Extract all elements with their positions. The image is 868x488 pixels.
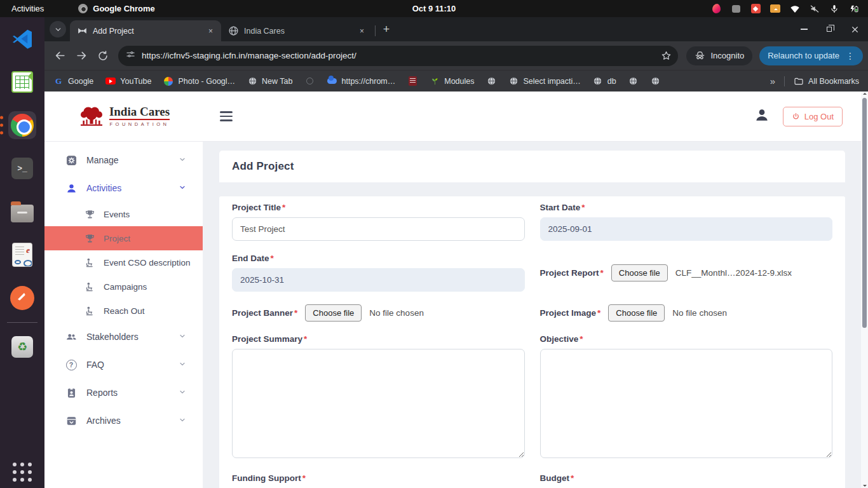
relaunch-to-update-button[interactable]: Relaunch to update ⋮ (759, 46, 863, 65)
wifi-icon[interactable] (790, 4, 800, 14)
dock-files-icon[interactable] (8, 198, 36, 226)
trophy-icon (84, 208, 95, 220)
sidebar-item-reach-out[interactable]: Reach Out (44, 299, 203, 323)
tab-close-icon[interactable]: × (205, 25, 216, 36)
site-header: India Cares Foundation Log Out (44, 92, 868, 141)
sidebar-item-project[interactable]: Project (44, 226, 203, 250)
site-info-icon[interactable] (126, 50, 135, 62)
seated-person-icon (84, 257, 95, 268)
scroll-down-arrow[interactable] (863, 485, 867, 487)
system-top-bar: Activities Google Chrome Oct 9 11:10 (0, 0, 868, 17)
activities-button[interactable]: Activities (0, 4, 55, 13)
screen-share-icon[interactable] (770, 4, 780, 14)
dock-terminal-icon[interactable]: >_ (8, 154, 36, 182)
divider (784, 76, 785, 86)
all-bookmarks-button[interactable]: All Bookmarks (794, 76, 859, 86)
url-text[interactable]: https://icfnv5-staging.icfn.in/manage-se… (142, 51, 651, 60)
project-summary-textarea[interactable] (232, 349, 525, 458)
sidebar-item-reports[interactable]: Reports (44, 379, 203, 407)
person-icon (65, 182, 78, 194)
bookmark-google-photos[interactable]: Photo - Googl… (163, 76, 235, 86)
folder-icon (794, 76, 804, 86)
project-report-file-name: CLF__Monthl…2024-12-9.xlsx (675, 268, 792, 278)
chevron-down-icon (179, 332, 186, 342)
dock-libreoffice-calc-icon[interactable] (8, 68, 36, 96)
project-title-field: Project Title* (232, 203, 525, 241)
dock-trash-icon[interactable]: ♻ (8, 333, 36, 361)
project-banner-file-name: No file chosen (369, 308, 424, 318)
bookmark-globe-only[interactable] (487, 76, 497, 86)
add-project-form: Project Title* Start Date* End Date* (219, 196, 845, 488)
tab-search-button[interactable] (50, 21, 66, 37)
battery-icon[interactable] (849, 4, 859, 14)
bookmark-star-icon[interactable] (658, 48, 674, 64)
tab-separator (375, 25, 376, 36)
minimize-button[interactable] (799, 25, 808, 34)
app-indicator-icon[interactable] (711, 4, 721, 14)
bookmark-new-tab[interactable]: New Tab (247, 76, 292, 86)
objective-textarea[interactable] (540, 349, 833, 458)
site-logo[interactable]: India Cares Foundation (44, 105, 203, 128)
back-button[interactable] (50, 46, 70, 66)
bookmark-select-impact[interactable]: Select impacti… (509, 76, 581, 86)
sidebar-item-faq[interactable]: ? FAQ (44, 351, 203, 379)
bookmark-unnamed[interactable] (305, 76, 315, 86)
bookmark-globe-only[interactable] (651, 76, 661, 86)
profile-icon[interactable] (754, 107, 770, 126)
sidebar-item-campaigns[interactable]: Campaigns (44, 274, 203, 299)
bookmark-modules[interactable]: Modules (430, 76, 474, 86)
bookmarks-bar: G Google YouTube Photo - Googl… New Tab (44, 70, 868, 92)
funding-support-field: Funding Support* (232, 473, 525, 488)
bookmark-google[interactable]: G Google (53, 76, 93, 86)
tab-india-cares[interactable]: India Cares × (221, 20, 372, 41)
scrollbar-thumb[interactable] (862, 98, 867, 328)
close-window-button[interactable] (850, 25, 859, 34)
reload-button[interactable] (93, 46, 113, 66)
volume-muted-icon[interactable] (810, 4, 820, 14)
browser-toolbar: https://icfnv5-staging.icfn.in/manage-se… (44, 41, 868, 70)
logout-button[interactable]: Log Out (783, 107, 843, 126)
tab-add-project[interactable]: Add Project × (70, 20, 221, 41)
clock[interactable]: Oct 9 11:10 (412, 4, 456, 13)
forward-button[interactable] (71, 46, 92, 66)
bookmark-globe-only[interactable] (628, 76, 639, 86)
seated-person-icon (84, 305, 95, 316)
end-date-input[interactable] (232, 268, 525, 292)
sidebar-toggle-button[interactable] (220, 111, 233, 121)
page-scrollbar[interactable] (861, 92, 868, 488)
scroll-up-arrow[interactable] (863, 93, 867, 95)
sidebar-item-activities[interactable]: Activities (44, 174, 203, 202)
dock-document-viewer-icon[interactable]: e (8, 241, 36, 269)
bookmarks-overflow-button[interactable]: » (770, 76, 775, 86)
chat-indicator-icon[interactable] (731, 4, 741, 14)
microphone-icon[interactable] (829, 4, 839, 14)
bookmark-youtube[interactable]: YouTube (105, 76, 151, 86)
new-tab-button[interactable]: + (378, 21, 395, 37)
people-icon (65, 330, 78, 343)
extension-indicator-icon[interactable] (750, 4, 761, 14)
dock-chrome-icon[interactable] (8, 111, 36, 139)
project-image-choose-file-button[interactable]: Choose file (608, 304, 665, 322)
tab-close-icon[interactable]: × (356, 25, 367, 36)
bookmark-db[interactable]: db (593, 76, 616, 86)
sidebar-item-events[interactable]: Events (44, 202, 203, 226)
bookmark-bajaj[interactable] (407, 76, 417, 86)
dock-vscode-icon[interactable] (8, 25, 36, 53)
running-indicator (0, 116, 3, 135)
start-date-input[interactable] (540, 217, 833, 241)
sidebar-item-manage[interactable]: Manage (44, 146, 203, 174)
focused-app-menu[interactable]: Google Chrome (78, 4, 155, 13)
dock-postman-icon[interactable] (8, 284, 36, 312)
project-banner-choose-file-button[interactable]: Choose file (305, 304, 362, 322)
restore-button[interactable] (825, 25, 834, 34)
cloud-icon (327, 76, 337, 86)
browser-menu-icon[interactable]: ⋮ (846, 51, 855, 61)
sidebar-item-archives[interactable]: Archives (44, 407, 203, 435)
show-applications-button[interactable] (13, 463, 32, 482)
bookmark-chrome-url[interactable]: https://chrom… (327, 76, 396, 86)
sidebar-item-event-cso-description[interactable]: Event CSO description (44, 250, 203, 274)
project-title-input[interactable] (232, 217, 525, 241)
url-bar[interactable]: https://icfnv5-staging.icfn.in/manage-se… (118, 46, 678, 66)
sidebar-item-stakeholders[interactable]: Stakeholders (44, 323, 203, 351)
project-report-choose-file-button[interactable]: Choose file (611, 264, 668, 281)
